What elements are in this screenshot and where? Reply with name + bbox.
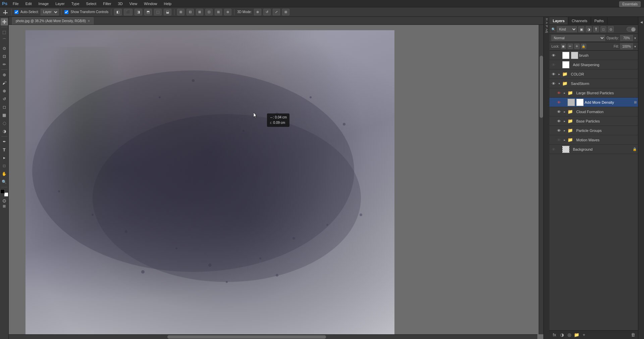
quick-select-tool[interactable]: ⊙ bbox=[1, 45, 8, 52]
align-bottom-btn[interactable]: ⬓ bbox=[164, 9, 171, 15]
3d-move-btn[interactable]: ⤢ bbox=[273, 9, 280, 15]
add-mask-button[interactable]: ◑ bbox=[559, 332, 565, 338]
new-group-button[interactable]: 📁 bbox=[574, 332, 580, 338]
filter-kind-dropdown[interactable]: Kind Name Effect Mode bbox=[557, 26, 577, 32]
3d-scale-btn[interactable]: ⊞ bbox=[282, 9, 289, 15]
color-swatches[interactable] bbox=[0, 189, 8, 197]
layer-visibility-eye[interactable]: 👁 bbox=[556, 118, 561, 124]
vertical-scrollbar[interactable] bbox=[539, 25, 543, 334]
layer-visibility-eye[interactable]: 👁 bbox=[556, 109, 561, 114]
shape-tool[interactable]: □ bbox=[1, 162, 8, 170]
h-scroll-thumb[interactable] bbox=[167, 335, 326, 339]
eyedropper-tool[interactable]: ✏ bbox=[1, 61, 8, 68]
close-tab-button[interactable]: × bbox=[88, 19, 90, 23]
crop-tool[interactable]: ⊡ bbox=[1, 53, 8, 60]
screen-mode[interactable]: ⊞ bbox=[3, 204, 6, 208]
filter-pixel-btn[interactable]: ▣ bbox=[578, 26, 584, 32]
blend-mode-dropdown[interactable]: Normal Multiply Screen Overlay bbox=[551, 35, 605, 41]
layer-visibility-eye[interactable]: 👁 bbox=[551, 81, 556, 86]
filter-toggle[interactable] bbox=[627, 27, 636, 32]
layer-visibility-eye[interactable]: 👁 bbox=[551, 53, 556, 58]
properties-strip[interactable]: P bbox=[545, 25, 548, 27]
layer-options-icon[interactable]: ⊞ bbox=[634, 100, 637, 104]
filter-shape-btn[interactable]: □ bbox=[600, 26, 606, 32]
opacity-arrow[interactable]: ▾ bbox=[634, 36, 636, 40]
quick-mask-mode[interactable]: ⊙ bbox=[2, 198, 6, 203]
layer-item[interactable]: 👁 Add Sharpening bbox=[549, 60, 638, 69]
layer-item[interactable]: 👁 Add More Density ⊞ bbox=[549, 98, 638, 107]
layer-expand-arrow[interactable]: ▸ bbox=[562, 128, 567, 133]
adjustments-strip[interactable]: Adj bbox=[545, 29, 548, 33]
layer-expand-arrow[interactable]: ▸ bbox=[562, 118, 567, 124]
layer-expand-arrow[interactable]: ▸ bbox=[562, 90, 567, 96]
lock-position-btn[interactable]: ✛ bbox=[574, 44, 580, 49]
3d-rotate-btn[interactable]: ↺ bbox=[263, 9, 271, 15]
layer-item[interactable]: 👁 ▸ 📁 COLOR bbox=[549, 69, 638, 79]
layer-item[interactable]: 👁 ▸ 📁 Motion Waves bbox=[549, 135, 638, 145]
layer-visibility-eye[interactable]: 👁 bbox=[556, 100, 561, 105]
auto-select-dropdown[interactable]: Layer Group bbox=[41, 9, 59, 15]
menu-help[interactable]: Help bbox=[162, 1, 173, 6]
gradient-tool[interactable]: ▦ bbox=[1, 111, 8, 119]
align-center-h-btn[interactable]: ⬛ bbox=[124, 9, 132, 15]
menu-type[interactable]: Type bbox=[70, 1, 81, 6]
fill-arrow[interactable]: ▾ bbox=[634, 45, 636, 48]
opacity-input[interactable] bbox=[620, 35, 633, 41]
marquee-tool[interactable]: ⬚ bbox=[1, 29, 8, 36]
align-top-btn[interactable]: ⬒ bbox=[144, 9, 152, 15]
type-tool[interactable]: T bbox=[1, 146, 8, 153]
essentials-button[interactable]: Essentials bbox=[619, 1, 641, 7]
history-brush-tool[interactable]: ↺ bbox=[1, 95, 8, 103]
tab-layers[interactable]: Layers bbox=[549, 17, 568, 25]
layer-visibility-eye[interactable]: 👁 bbox=[551, 147, 556, 152]
distribute-left-btn[interactable]: ⊞ bbox=[177, 9, 184, 15]
layer-visibility-eye[interactable]: 👁 bbox=[556, 128, 561, 133]
eraser-tool[interactable]: ◻ bbox=[1, 103, 8, 111]
horizontal-scrollbar[interactable] bbox=[9, 334, 537, 339]
layer-item[interactable]: 👁 ▾ 📁 SandStorm bbox=[549, 79, 638, 88]
distribute-bottom-btn[interactable]: ⊛ bbox=[224, 9, 231, 15]
layer-item[interactable]: 👁 ▸ 📁 Large Blurred Particles bbox=[549, 88, 638, 98]
menu-file[interactable]: File bbox=[11, 1, 20, 6]
layer-fx-button[interactable]: fx bbox=[551, 332, 557, 338]
align-left-btn[interactable]: ◧ bbox=[114, 9, 122, 15]
filter-smart-btn[interactable]: ⊙ bbox=[608, 26, 614, 32]
lasso-tool[interactable]: ⌒ bbox=[1, 37, 8, 44]
layer-expand-arrow[interactable]: ▸ bbox=[562, 137, 567, 143]
actions-panel-strip[interactable]: A bbox=[545, 22, 548, 24]
panel-strip-collapse[interactable]: ◀ bbox=[639, 18, 644, 26]
hand-tool[interactable]: ✋ bbox=[1, 170, 8, 178]
tab-channels[interactable]: Channels bbox=[568, 17, 591, 25]
layer-item[interactable]: 👁 Background 🔒 bbox=[549, 145, 638, 154]
filter-type-btn[interactable]: T bbox=[593, 26, 599, 32]
spot-heal-tool[interactable]: ⊛ bbox=[1, 71, 8, 79]
align-right-btn[interactable]: ◨ bbox=[135, 9, 142, 15]
layer-visibility-eye[interactable]: 👁 bbox=[551, 71, 556, 77]
brush-tool[interactable]: 🖌 bbox=[1, 79, 8, 87]
layer-visibility-eye[interactable]: 👁 bbox=[556, 137, 561, 143]
filter-adjustment-btn[interactable]: ◑ bbox=[586, 26, 592, 32]
menu-window[interactable]: Window bbox=[143, 1, 158, 6]
menu-filter[interactable]: Filter bbox=[102, 1, 112, 6]
fill-input[interactable] bbox=[620, 43, 633, 49]
layer-visibility-eye[interactable]: 👁 bbox=[551, 62, 556, 67]
menu-image[interactable]: Image bbox=[37, 1, 50, 6]
new-layer-button[interactable]: + bbox=[581, 332, 587, 338]
layer-item[interactable]: 👁 ▸ 📁 Base Particles bbox=[549, 116, 638, 126]
new-fill-adj-button[interactable]: ◎ bbox=[566, 332, 572, 338]
dodge-tool[interactable]: ◑ bbox=[1, 128, 8, 135]
history-panel-strip[interactable]: H bbox=[545, 18, 548, 20]
menu-3d[interactable]: 3D bbox=[117, 1, 124, 6]
move-tool[interactable] bbox=[1, 18, 8, 26]
zoom-tool[interactable]: 🔍 bbox=[1, 178, 8, 186]
menu-select[interactable]: Select bbox=[85, 1, 98, 6]
align-center-v-btn[interactable]: ⬚ bbox=[154, 9, 162, 15]
layer-visibility-eye[interactable]: 👁 bbox=[556, 90, 561, 96]
distribute-right-btn[interactable]: ⊠ bbox=[196, 9, 203, 15]
auto-select-checkbox[interactable] bbox=[14, 10, 18, 14]
v-scroll-thumb[interactable] bbox=[540, 56, 543, 117]
layer-item[interactable]: 👁 brush bbox=[549, 51, 638, 60]
lock-all-btn[interactable]: 🔒 bbox=[581, 44, 586, 49]
distribute-center-h-btn[interactable]: ⊟ bbox=[186, 9, 194, 15]
tab-paths[interactable]: Paths bbox=[591, 17, 607, 25]
